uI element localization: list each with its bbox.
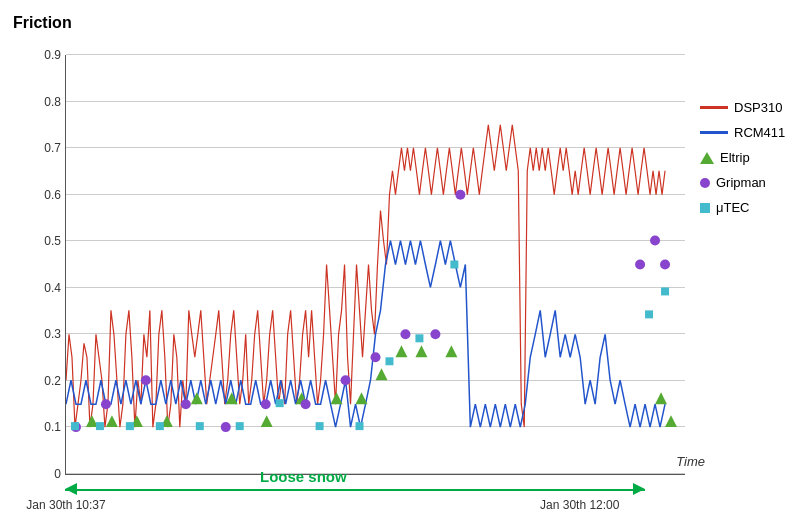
svg-point-28 xyxy=(455,190,465,200)
y-tick-0.7: 0.7 xyxy=(44,141,61,155)
svg-point-26 xyxy=(400,329,410,339)
x-tick-end: Jan 30th 12:00 xyxy=(540,498,619,512)
svg-rect-32 xyxy=(71,422,79,430)
legend-rcm411-label: RCM411 xyxy=(734,125,785,140)
svg-marker-9 xyxy=(331,392,343,404)
svg-marker-7 xyxy=(261,415,273,427)
loose-snow-arrow-line xyxy=(65,489,645,491)
svg-rect-45 xyxy=(661,287,669,295)
svg-point-27 xyxy=(430,329,440,339)
y-tick-0.6: 0.6 xyxy=(44,188,61,202)
svg-rect-38 xyxy=(276,399,284,407)
svg-point-23 xyxy=(301,399,311,409)
legend-gripman-label: Gripman xyxy=(716,175,766,190)
loose-snow-label: Loose snow xyxy=(260,468,347,485)
svg-rect-41 xyxy=(385,357,393,365)
svg-point-25 xyxy=(371,352,381,362)
legend-rcm411-line xyxy=(700,131,728,134)
svg-rect-44 xyxy=(645,310,653,318)
svg-rect-33 xyxy=(96,422,104,430)
svg-rect-36 xyxy=(196,422,204,430)
chart-container: Friction 0.9 0.8 0.7 0.6 0.5 0.4 0.3 0.2… xyxy=(0,0,810,529)
dsp310-line xyxy=(66,125,665,427)
svg-point-22 xyxy=(261,399,271,409)
legend-utec-label: μTEC xyxy=(716,200,750,215)
svg-rect-42 xyxy=(415,334,423,342)
loose-snow-arrow-right xyxy=(633,483,645,495)
loose-snow-arrow-left xyxy=(65,483,77,495)
x-tick-start: Jan 30th 10:37 xyxy=(26,498,105,512)
y-axis-label: Friction xyxy=(13,14,72,32)
svg-rect-40 xyxy=(356,422,364,430)
legend-eltrip-icon xyxy=(700,152,714,164)
svg-marker-2 xyxy=(106,415,118,427)
svg-marker-12 xyxy=(395,345,407,357)
y-tick-0.9: 0.9 xyxy=(44,48,61,62)
legend-gripman-icon xyxy=(700,178,710,188)
y-tick-0.3: 0.3 xyxy=(44,327,61,341)
legend: DSP310 RCM411 Eltrip Gripman μTEC xyxy=(700,100,785,215)
chart-svg xyxy=(66,55,685,474)
svg-point-21 xyxy=(221,422,231,432)
svg-point-18 xyxy=(101,399,111,409)
legend-eltrip: Eltrip xyxy=(700,150,785,165)
chart-area: 0.9 0.8 0.7 0.6 0.5 0.4 0.3 0.2 0.1 0 Ja… xyxy=(65,55,685,475)
svg-rect-35 xyxy=(156,422,164,430)
gripman-markers xyxy=(71,190,670,432)
svg-marker-13 xyxy=(415,345,427,357)
legend-gripman: Gripman xyxy=(700,175,785,190)
svg-marker-5 xyxy=(191,392,203,404)
svg-marker-15 xyxy=(655,392,667,404)
svg-point-29 xyxy=(635,260,645,270)
svg-marker-11 xyxy=(376,368,388,380)
y-tick-0.4: 0.4 xyxy=(44,281,61,295)
y-tick-0.2: 0.2 xyxy=(44,374,61,388)
svg-rect-0 xyxy=(66,55,685,474)
svg-point-19 xyxy=(141,375,151,385)
legend-rcm411: RCM411 xyxy=(700,125,785,140)
svg-point-24 xyxy=(341,375,351,385)
svg-point-30 xyxy=(650,236,660,246)
y-tick-0.8: 0.8 xyxy=(44,95,61,109)
svg-rect-34 xyxy=(126,422,134,430)
legend-utec: μTEC xyxy=(700,200,785,215)
legend-dsp310-line xyxy=(700,106,728,109)
svg-marker-10 xyxy=(356,392,368,404)
legend-dsp310-label: DSP310 xyxy=(734,100,782,115)
svg-rect-37 xyxy=(236,422,244,430)
y-tick-0: 0 xyxy=(54,467,61,481)
legend-dsp310: DSP310 xyxy=(700,100,785,115)
legend-utec-icon xyxy=(700,203,710,213)
y-tick-0.1: 0.1 xyxy=(44,420,61,434)
svg-point-20 xyxy=(181,399,191,409)
svg-rect-39 xyxy=(316,422,324,430)
svg-rect-43 xyxy=(450,261,458,269)
svg-marker-14 xyxy=(445,345,457,357)
svg-marker-16 xyxy=(665,415,677,427)
y-tick-0.5: 0.5 xyxy=(44,234,61,248)
svg-point-31 xyxy=(660,260,670,270)
legend-eltrip-label: Eltrip xyxy=(720,150,750,165)
